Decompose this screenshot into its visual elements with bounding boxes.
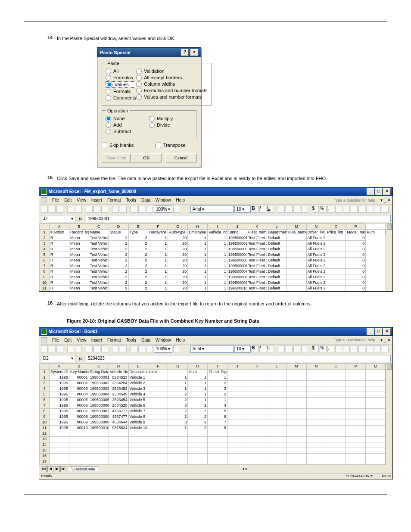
cell[interactable]: 1 bbox=[148, 280, 168, 286]
cell[interactable]: 1 bbox=[188, 252, 208, 258]
cell[interactable] bbox=[346, 397, 366, 403]
cell[interactable] bbox=[286, 408, 306, 414]
cell[interactable] bbox=[267, 448, 286, 453]
cell[interactable]: 00008 bbox=[69, 414, 89, 420]
cell[interactable] bbox=[306, 425, 326, 431]
cell[interactable]: 1 bbox=[148, 258, 168, 263]
cell[interactable] bbox=[50, 448, 69, 453]
cell[interactable]: Default bbox=[267, 258, 286, 263]
cell[interactable] bbox=[69, 436, 89, 442]
cell[interactable] bbox=[326, 252, 346, 258]
cell[interactable]: 199500003 bbox=[227, 246, 247, 252]
cell[interactable] bbox=[227, 397, 247, 403]
cell[interactable]: Status bbox=[109, 230, 128, 235]
cell[interactable]: Test Vehicle Number 1 bbox=[89, 258, 109, 263]
cell[interactable] bbox=[326, 246, 346, 252]
cell[interactable]: 20 bbox=[168, 263, 188, 269]
cell[interactable]: 1995 bbox=[50, 420, 69, 425]
cell[interactable] bbox=[148, 436, 168, 442]
cell[interactable] bbox=[326, 425, 346, 431]
cell[interactable] bbox=[346, 369, 366, 375]
cell[interactable]: Default bbox=[267, 241, 286, 246]
cell[interactable]: All Fuels 2 bbox=[306, 246, 326, 252]
copy-icon[interactable] bbox=[93, 345, 100, 352]
cell[interactable]: 2 bbox=[128, 258, 148, 263]
inc-dec-icon[interactable] bbox=[335, 345, 342, 352]
col-header[interactable]: M bbox=[286, 364, 306, 369]
row-header[interactable]: 2 bbox=[40, 375, 50, 380]
cell[interactable] bbox=[286, 403, 306, 408]
italic-icon[interactable]: I bbox=[259, 345, 266, 352]
cell[interactable]: 0 bbox=[346, 252, 366, 258]
cell[interactable]: Mean bbox=[69, 274, 89, 280]
merge-icon[interactable] bbox=[301, 345, 308, 352]
align-right-icon[interactable] bbox=[293, 206, 300, 213]
cell[interactable] bbox=[286, 241, 306, 246]
cell[interactable] bbox=[50, 453, 69, 459]
cell[interactable] bbox=[128, 453, 148, 459]
cell[interactable] bbox=[247, 425, 267, 431]
cell[interactable] bbox=[208, 459, 227, 464]
cell[interactable]: All Fuels 2 bbox=[306, 263, 326, 269]
cell[interactable]: 00002 bbox=[69, 380, 89, 386]
cell[interactable] bbox=[69, 448, 89, 453]
cell[interactable]: 1 bbox=[148, 286, 168, 291]
cell[interactable]: 199500005 bbox=[89, 397, 109, 403]
cell[interactable]: 1 bbox=[188, 386, 208, 392]
cell[interactable]: 199500005 bbox=[227, 258, 247, 263]
undo-icon[interactable] bbox=[112, 206, 119, 213]
fontsize-select[interactable]: 10 ▾ bbox=[234, 345, 251, 353]
cell[interactable]: 1 bbox=[208, 263, 227, 269]
cell[interactable] bbox=[286, 386, 306, 392]
cell[interactable]: 1 bbox=[188, 246, 208, 252]
font-select[interactable]: Arial ▾ bbox=[190, 205, 234, 213]
cell[interactable] bbox=[286, 235, 306, 241]
cell[interactable]: R bbox=[50, 241, 69, 246]
cell[interactable]: 1995 bbox=[50, 380, 69, 386]
cell[interactable]: All Fuels 2 bbox=[306, 286, 326, 291]
cell[interactable]: 2 bbox=[128, 241, 148, 246]
inc-dec-icon[interactable] bbox=[335, 206, 342, 213]
cell[interactable] bbox=[247, 436, 267, 442]
cell[interactable] bbox=[267, 369, 286, 375]
cell[interactable] bbox=[326, 459, 346, 464]
cell[interactable]: Pum bbox=[366, 230, 386, 235]
ok-button[interactable]: OK bbox=[131, 153, 162, 162]
cell[interactable] bbox=[208, 436, 227, 442]
font-color-icon[interactable] bbox=[382, 345, 389, 352]
cell[interactable]: Test Vehicle Number 1 bbox=[89, 252, 109, 258]
cell[interactable] bbox=[148, 408, 168, 414]
cell[interactable] bbox=[247, 414, 267, 420]
cell[interactable] bbox=[267, 397, 286, 403]
cell[interactable] bbox=[366, 420, 386, 425]
cell[interactable] bbox=[346, 448, 366, 453]
col-header[interactable]: F bbox=[148, 224, 168, 230]
paste-icon[interactable] bbox=[101, 206, 108, 213]
cell[interactable]: Employee bbox=[188, 230, 208, 235]
col-header[interactable]: H bbox=[188, 224, 208, 230]
copy-icon[interactable] bbox=[93, 206, 100, 213]
radio-comments[interactable] bbox=[106, 95, 111, 101]
cell[interactable] bbox=[69, 453, 89, 459]
cell[interactable] bbox=[168, 431, 188, 436]
row-header[interactable]: 2 bbox=[40, 235, 50, 241]
cell[interactable]: 1 bbox=[208, 286, 227, 291]
cell[interactable] bbox=[326, 263, 346, 269]
redo-icon[interactable] bbox=[120, 345, 127, 352]
cell[interactable]: 1 bbox=[208, 397, 227, 403]
col-header[interactable]: I bbox=[208, 364, 227, 369]
zoom-select[interactable]: 100% ▾ bbox=[154, 345, 172, 353]
sheet-nav-next[interactable]: ▶ bbox=[54, 466, 60, 472]
cell[interactable]: 0 bbox=[346, 246, 366, 252]
cell[interactable]: 2 bbox=[188, 414, 208, 420]
cell[interactable] bbox=[346, 386, 366, 392]
cell[interactable]: Check Digit bbox=[208, 369, 227, 375]
cell[interactable]: Rule_name bbox=[286, 230, 306, 235]
cell[interactable]: 1995 bbox=[50, 397, 69, 403]
cell[interactable]: 1 bbox=[188, 397, 208, 403]
cell[interactable]: 1995 bbox=[50, 408, 69, 414]
cell[interactable] bbox=[306, 386, 326, 392]
help-search[interactable]: Type a question for help bbox=[334, 199, 375, 202]
cell[interactable] bbox=[148, 414, 168, 420]
name-box[interactable]: J2▾ bbox=[41, 215, 75, 222]
